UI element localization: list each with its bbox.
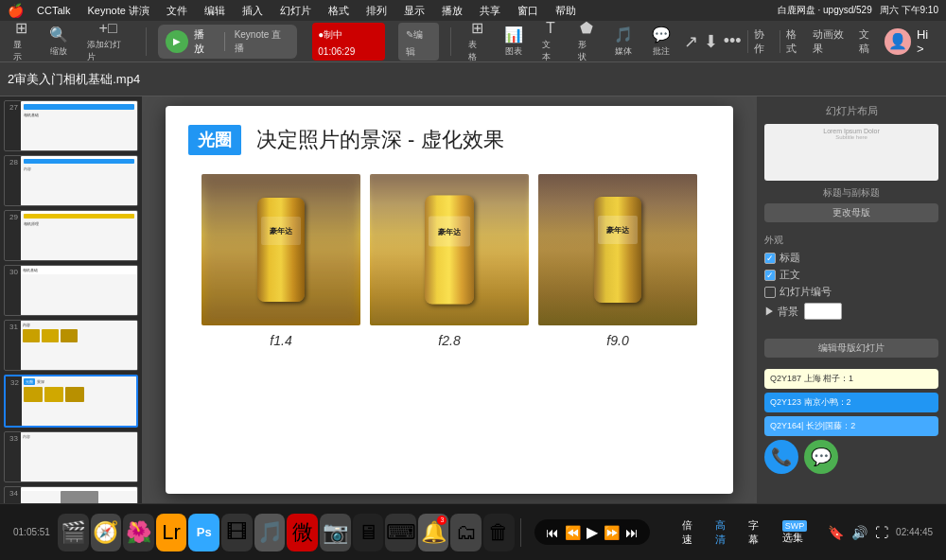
- play-btn[interactable]: ▶: [166, 30, 188, 53]
- share-icon[interactable]: ↗: [684, 31, 698, 52]
- comment-3[interactable]: Q2Y164| 长沙|国藤：2: [764, 416, 938, 436]
- slide-preview-28: 内容: [21, 156, 137, 205]
- edit-btn[interactable]: ✎编辑: [398, 23, 440, 61]
- next-btn[interactable]: ⏭: [625, 525, 639, 540]
- ps-icon[interactable]: Ps: [188, 514, 219, 551]
- record-time: ●制中01:06:29: [318, 29, 355, 57]
- slide-num-34: 34: [5, 487, 18, 498]
- menu-slide[interactable]: 幻灯片: [276, 4, 315, 18]
- chat-phone-btn[interactable]: 📞: [764, 440, 798, 474]
- app-name[interactable]: Keynote 讲演: [83, 4, 152, 18]
- trash-icon[interactable]: 🗑: [483, 514, 515, 551]
- menu-arrange[interactable]: 排列: [362, 4, 391, 18]
- more-icon[interactable]: •••: [724, 31, 742, 51]
- monitor-icon[interactable]: 🖥: [353, 514, 384, 551]
- slide-preview-27: 相机基础: [21, 101, 137, 150]
- thumb-title-row: 光圈 景深: [22, 376, 136, 387]
- thumb-text-28: 内容: [21, 166, 137, 172]
- edit-template-btn[interactable]: 编辑母版幻灯片: [764, 339, 938, 358]
- slide-layout-section: 幻灯片布局 Lorem Ipsum Dolor Subtitle here 标题…: [764, 104, 938, 222]
- forward-btn[interactable]: ⏩: [604, 525, 620, 540]
- quality-btn[interactable]: 高清: [710, 516, 735, 549]
- slidenum-checkbox[interactable]: [764, 287, 776, 298]
- slide-thumb-27[interactable]: 27 相机基础: [4, 100, 138, 151]
- menu-edit[interactable]: 编辑: [201, 4, 229, 18]
- notification-icon[interactable]: 🔔 3: [418, 514, 449, 551]
- hi-label[interactable]: Hi >: [917, 27, 938, 56]
- menu-window[interactable]: 窗口: [514, 4, 542, 18]
- slide-images-row: 豪年达 f1.4 豪年达: [188, 174, 710, 348]
- slide-preview-31: 内容: [21, 321, 137, 370]
- document-tab[interactable]: 文稿: [859, 27, 880, 56]
- collab-btn[interactable]: 协作: [754, 27, 775, 56]
- menu-play[interactable]: 播放: [438, 4, 466, 18]
- keyboard-icon[interactable]: ⌨: [385, 514, 416, 551]
- thumb-title: 景深: [37, 379, 44, 384]
- finder-icon[interactable]: 🎬: [58, 514, 89, 551]
- title-checkbox[interactable]: ✓: [764, 253, 776, 264]
- play-label: 播放: [194, 27, 215, 56]
- slide-preview-30: 相机基础: [21, 266, 137, 315]
- body-checkbox[interactable]: ✓: [764, 270, 776, 281]
- zoom-btn[interactable]: 🔍 缩放: [44, 24, 74, 60]
- table-btn[interactable]: ⊞ 表格: [463, 17, 491, 65]
- shape-btn[interactable]: ⬟ 形状: [572, 17, 601, 65]
- change-template-btn[interactable]: 更改母版: [764, 203, 938, 222]
- fullscreen-btn[interactable]: ⛶: [875, 525, 888, 540]
- play-pause-btn[interactable]: ▶: [587, 523, 598, 541]
- prev-btn[interactable]: ⏮: [546, 525, 559, 540]
- add-slide-label: 添加幻灯片: [87, 39, 130, 63]
- animate-tab[interactable]: 动画效果: [813, 27, 853, 56]
- bookmark-icon[interactable]: 🔖: [828, 525, 844, 540]
- slide-thumb-33[interactable]: 33 内容: [4, 431, 138, 482]
- weibo-icon[interactable]: 微: [287, 514, 318, 551]
- format-tab[interactable]: 格式: [786, 27, 807, 56]
- display-btn[interactable]: ⊞ 显示: [8, 17, 36, 65]
- chat-msg-btn[interactable]: 💬: [804, 440, 838, 474]
- can-label-1: 豪年达: [261, 217, 301, 245]
- chart-btn[interactable]: 📊 图表: [499, 24, 529, 60]
- comment-2[interactable]: Q2Y123 南京小鸭：2: [764, 393, 938, 412]
- app12-icon[interactable]: 🗂: [450, 514, 482, 551]
- media-btn[interactable]: 🎵 媒体: [608, 24, 639, 60]
- menu-file[interactable]: 文件: [163, 4, 191, 18]
- slide-img-f14: 豪年达: [201, 174, 360, 325]
- speed-btn[interactable]: 倍速: [676, 516, 702, 549]
- bg-color-swatch[interactable]: [804, 303, 842, 320]
- slide-thumb-31[interactable]: 31 内容: [4, 320, 138, 371]
- lr-icon[interactable]: Lr: [156, 514, 187, 551]
- safari-icon[interactable]: 🧭: [91, 514, 122, 551]
- slide-thumb-32[interactable]: 32 光圈 景深: [4, 375, 138, 428]
- download-icon[interactable]: ⬇: [704, 31, 718, 52]
- slide-thumb-30[interactable]: 30 相机基础: [4, 265, 138, 316]
- back-btn[interactable]: ⏪: [565, 525, 581, 540]
- thumb-img: [61, 329, 78, 342]
- slide-inner-31: 内容: [21, 321, 137, 370]
- slide-image-2: 豪年达 f2.8: [370, 174, 529, 348]
- slide-thumb-34[interactable]: 34: [4, 486, 138, 503]
- photos-icon[interactable]: 🌺: [123, 514, 154, 551]
- fcpx-icon[interactable]: 🎞: [221, 514, 253, 551]
- comment-icon: 💬: [652, 26, 671, 44]
- menu-insert[interactable]: 插入: [238, 4, 267, 18]
- slide-num-28: 28: [5, 156, 18, 166]
- collection-btn[interactable]: SWP 选集: [777, 517, 822, 547]
- menu-format[interactable]: 格式: [324, 4, 353, 18]
- playback-center: ▶ 播放 Keynote 直播: [158, 25, 297, 59]
- menu-help[interactable]: 帮助: [552, 4, 580, 18]
- comment-1[interactable]: Q2Y187 上海 柑子：1: [764, 369, 938, 389]
- menu-share[interactable]: 共享: [476, 4, 504, 18]
- taskbar: 01:05:51 🎬 🧭 🌺 Lr Ps 🎞 🎵 微 📷 🖥 ⌨ 🔔 3 🗂 🗑…: [0, 503, 946, 560]
- music-icon[interactable]: 🎵: [254, 514, 286, 551]
- volume-icon[interactable]: 🔊: [851, 525, 867, 540]
- slide-image-1: 豪年达 f1.4: [201, 174, 360, 348]
- subtitle-btn[interactable]: 字幕: [743, 516, 768, 549]
- app9-icon[interactable]: 📷: [320, 514, 351, 551]
- menu-display[interactable]: 显示: [400, 4, 429, 18]
- comment-btn[interactable]: 💬 批注: [646, 24, 676, 60]
- text-btn[interactable]: T 文本: [536, 18, 565, 65]
- slide-thumb-29[interactable]: 29 相机原理: [4, 210, 138, 261]
- apple-menu[interactable]: 🍎: [8, 3, 24, 18]
- slide-thumb-28[interactable]: 28 内容: [4, 155, 138, 206]
- add-slide-btn[interactable]: +□ 添加幻灯片: [81, 18, 135, 65]
